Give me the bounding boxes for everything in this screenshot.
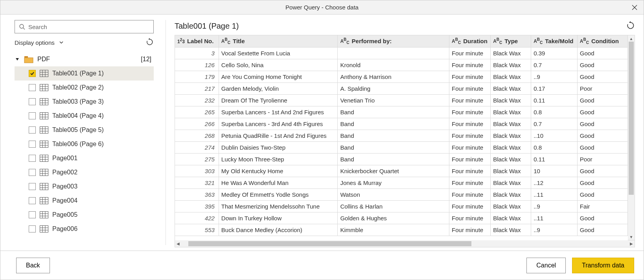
column-header[interactable]: 123 Label No. <box>175 35 219 47</box>
refresh-navigator-button[interactable] <box>146 38 154 47</box>
checkbox[interactable] <box>29 183 36 190</box>
checkbox[interactable] <box>29 141 36 148</box>
cell: Four minute <box>449 153 491 165</box>
tree-item[interactable]: Page001 <box>15 151 154 165</box>
column-header[interactable]: ABC Take/Mold <box>531 35 578 47</box>
checkbox[interactable] <box>29 197 36 204</box>
column-header[interactable]: ABC Type <box>491 35 531 47</box>
table-row[interactable]: 321He Was A Wonderful ManJones & MurrayF… <box>175 177 628 188</box>
cell: Petunia QuadRille - 1st And 2nd Figures <box>219 130 338 141</box>
column-header[interactable]: ABC Performed by: <box>338 35 449 47</box>
cell: Black Wax <box>491 212 531 224</box>
cell: 266 <box>175 118 219 130</box>
table-row[interactable]: 395That Mesmerizing Mendelssohn TuneColl… <box>175 200 628 212</box>
table-row[interactable]: 363Medley Of Emmett's Yodle SongsWatsonF… <box>175 188 628 200</box>
tree-root-pdf[interactable]: PDF [12] <box>15 52 154 66</box>
column-label: Title <box>233 38 245 44</box>
cell: Superba Lancers - 1st And 2nd Figures <box>219 106 338 118</box>
column-header[interactable]: ABC Condition <box>577 35 627 47</box>
cell: ..11 <box>531 212 578 224</box>
checkbox[interactable] <box>29 98 36 105</box>
cell: ..9 <box>531 71 578 82</box>
cell: 265 <box>175 106 219 118</box>
table-row[interactable]: 265Superba Lancers - 1st And 2nd Figures… <box>175 106 628 118</box>
tree-item[interactable]: Table006 (Page 6) <box>15 137 154 151</box>
table-row[interactable]: 266Superba Lancers - 3rd And 4th Figures… <box>175 118 628 130</box>
tree-item[interactable]: Table002 (Page 2) <box>15 81 154 95</box>
table-row[interactable]: 268Petunia QuadRille - 1st And 2nd Figur… <box>175 130 628 141</box>
display-options-dropdown[interactable]: Display options <box>15 39 64 46</box>
column-header[interactable]: ABC Duration <box>449 35 491 47</box>
table-row[interactable]: 126Cello Solo, NinaKronoldFour minuteBla… <box>175 59 628 71</box>
column-header[interactable]: ABC Title <box>219 35 338 47</box>
checkbox[interactable] <box>29 70 36 77</box>
checkbox[interactable] <box>29 126 36 134</box>
tree-item[interactable]: Page002 <box>15 165 154 179</box>
tree-item[interactable]: Table004 (Page 4) <box>15 109 154 123</box>
checkbox[interactable] <box>29 169 36 176</box>
checkbox[interactable] <box>29 112 36 119</box>
search-input[interactable]: Search <box>15 20 154 33</box>
checkbox[interactable] <box>29 155 36 162</box>
cell: Good <box>577 106 627 118</box>
table-row[interactable]: 274Dublin Daisies Two-StepBandFour minut… <box>175 141 628 153</box>
back-button[interactable]: Back <box>16 258 50 273</box>
cell: Superba Lancers - 3rd And 4th Figures <box>219 118 338 130</box>
cell: ..9 <box>531 224 578 236</box>
cell: Jones & Murray <box>338 177 449 188</box>
svg-rect-27 <box>40 127 48 134</box>
table-row[interactable]: 553Buck Dance Medley (Accorion)KimmbleFo… <box>175 224 628 236</box>
column-label: Condition <box>591 38 619 44</box>
tree-item[interactable]: Page003 <box>15 179 154 194</box>
text-type-icon: ABC <box>580 37 589 45</box>
cell: Band <box>338 106 449 118</box>
tree-item[interactable]: Page006 <box>15 222 154 236</box>
table-row[interactable]: 179Are You Coming Home TonightAnthony & … <box>175 71 628 82</box>
scroll-thumb[interactable] <box>188 241 471 246</box>
tree-item-label: Table004 (Page 4) <box>52 112 104 119</box>
cancel-button[interactable]: Cancel <box>526 258 566 273</box>
data-grid[interactable]: 123 Label No.ABC TitleABC Performed by:A… <box>175 35 628 240</box>
cell: Buck Dance Medley (Accorion) <box>219 224 338 236</box>
table-icon <box>40 70 48 77</box>
vertical-scrollbar[interactable]: ▲ ▼ <box>628 35 635 240</box>
cell: Four minute <box>449 165 491 177</box>
tree-item-label: Page001 <box>52 155 77 162</box>
table-row[interactable]: 3Vocal Sextette From LuciaFour minuteBla… <box>175 47 628 59</box>
cell: Four minute <box>449 188 491 200</box>
cell: Down In Turkey Hollow <box>219 212 338 224</box>
transform-data-button[interactable]: Transform data <box>572 258 634 273</box>
cell: Good <box>577 71 627 82</box>
display-options-label: Display options <box>15 39 55 46</box>
cell: Black Wax <box>491 141 531 153</box>
close-button[interactable] <box>626 0 644 15</box>
close-icon <box>632 5 637 10</box>
cell <box>338 47 449 59</box>
table-row[interactable]: 275Lucky Moon Three-StepBandFour minuteB… <box>175 153 628 165</box>
cell: Anthony & Harrison <box>338 71 449 82</box>
checkbox[interactable] <box>29 211 36 218</box>
checkbox[interactable] <box>29 84 36 91</box>
tree-item[interactable]: Table001 (Page 1) <box>15 66 154 81</box>
refresh-preview-button[interactable] <box>626 21 635 31</box>
scroll-thumb[interactable] <box>629 42 634 195</box>
svg-line-3 <box>23 28 25 29</box>
table-row[interactable]: 422Down In Turkey HollowGolden & HughesF… <box>175 212 628 224</box>
tree-item[interactable]: Page004 <box>15 194 154 208</box>
svg-rect-32 <box>40 141 48 148</box>
cell: Four minute <box>449 94 491 106</box>
cell: Kimmble <box>338 224 449 236</box>
tree-item[interactable]: Table003 (Page 3) <box>15 95 154 109</box>
cell: Vocal Sextette From Lucia <box>219 47 338 59</box>
text-type-icon: ABC <box>534 37 543 45</box>
table-row[interactable]: 232Dream Of The TyrolienneVenetian TrioF… <box>175 94 628 106</box>
table-row[interactable]: 217Garden Melody, ViolinA. SpaldingFour … <box>175 82 628 94</box>
tree-item[interactable]: Table005 (Page 5) <box>15 123 154 137</box>
checkbox[interactable] <box>29 225 36 232</box>
tree-item[interactable]: Page005 <box>15 208 154 222</box>
cell: Black Wax <box>491 82 531 94</box>
table-row[interactable]: 303My Old Kentucky HomeKnickerbocker Qua… <box>175 165 628 177</box>
cell: Black Wax <box>491 188 531 200</box>
horizontal-scrollbar[interactable]: ◀ ▶ <box>175 240 635 247</box>
cell: Four minute <box>449 200 491 212</box>
